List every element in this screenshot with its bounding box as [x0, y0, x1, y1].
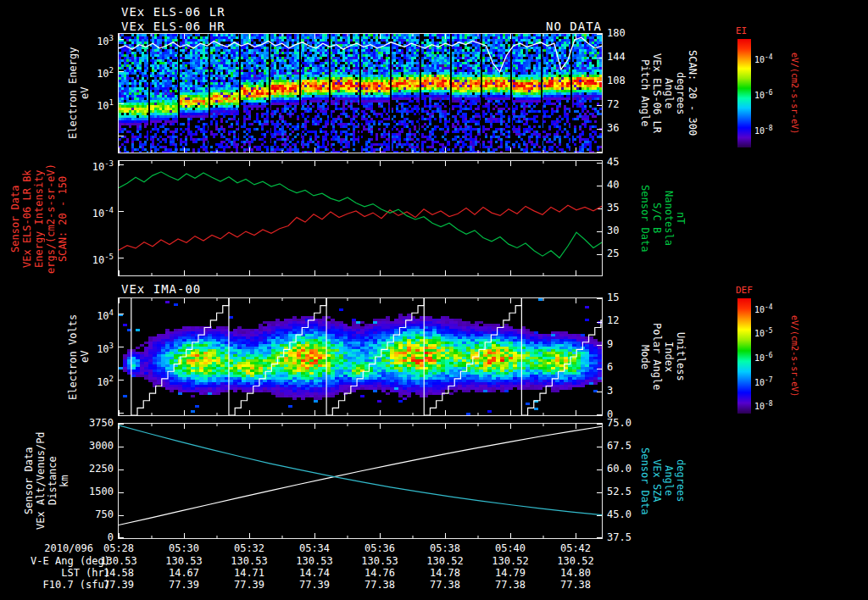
- table-cell: 130.53: [100, 555, 136, 567]
- colorbar-def: [737, 298, 751, 414]
- time-label: 05:42: [560, 542, 591, 554]
- panel4-left-axis-title: Sensor DataVEx Alt/Venus/PdDistancekm: [24, 424, 70, 538]
- panel2-right-axis-title: Sensor DataS/C BNanoteslanT: [639, 161, 686, 275]
- panel3-right-axis-title: ModePolar AngleIndexUnitless: [639, 298, 686, 415]
- panel4-right-tick-label: 75.0: [607, 417, 632, 430]
- time-label: 05:36: [364, 542, 395, 554]
- panel3-right-tick-label: 15: [607, 292, 619, 304]
- table-cell: 130.53: [296, 555, 332, 567]
- colorbar-title: DEF: [736, 285, 753, 296]
- time-label: 05:40: [495, 542, 526, 554]
- plot-title-ima: VEx IMA-00: [121, 282, 201, 296]
- axis-title-line: eV: [80, 34, 91, 153]
- table-cell: 77.39: [299, 579, 330, 591]
- panel2-right-tick-label: 25: [607, 247, 619, 260]
- panel1-right-tick-label: 72: [607, 98, 619, 111]
- panel2-left-axis-title: Sensor DataVEx ELS-06 LR BkEnergy Intens…: [10, 159, 69, 278]
- ima-energy-spectrogram-canvas: [118, 297, 603, 416]
- table-cell: 14.67: [169, 567, 199, 579]
- axis-title-line: degrees: [675, 424, 686, 538]
- axis-title-line: Angle: [663, 29, 674, 158]
- panel2-right-tick-label: 45: [607, 156, 619, 169]
- axis-title-line: degrees: [675, 29, 686, 158]
- time-label: 05:32: [234, 542, 264, 554]
- date-label: 2010/096: [44, 542, 93, 554]
- panel1-left-axis-title: Electron EnergyeV: [68, 34, 91, 153]
- colorbar-tick-label: 10-6: [754, 88, 773, 101]
- axis-title-line: Sensor Data: [639, 161, 650, 275]
- axis-title-line: Distance: [47, 424, 58, 538]
- table-row-label: F10.7 (sfu): [43, 579, 110, 591]
- table-cell: 77.38: [430, 579, 460, 591]
- panel1-right-tick-label: 180: [607, 27, 626, 40]
- axis-title-line: S/C B: [651, 161, 662, 275]
- axis-title-line: VEx ELS-06 LR: [651, 29, 662, 158]
- colorbar-unit-label: eV/(cm2-s-sr-eV): [790, 298, 799, 414]
- panel3-right-tick-label: 9: [607, 338, 613, 351]
- panel1-right-tick-label: 108: [607, 75, 626, 87]
- table-cell: 77.38: [495, 579, 526, 591]
- colorbar-tick-label: 10-8: [754, 124, 773, 136]
- time-label: 05:34: [299, 542, 330, 554]
- table-cell: 130.52: [426, 555, 463, 567]
- axis-title-line: nT: [675, 161, 686, 275]
- axis-title-line: Mode: [639, 298, 650, 415]
- no-data-label: NO DATA: [534, 19, 602, 33]
- panel3-right-tick-label: 12: [607, 314, 619, 327]
- vex-science-data-display: VEx ELS-06 LR VEx ELS-06 HR NO DATA VEx …: [0, 0, 868, 600]
- plot-title-els-hr: VEx ELS-06 HR: [121, 19, 225, 33]
- panel2-right-tick-label: 35: [607, 202, 619, 214]
- colorbar-tick-label: 10-7: [754, 375, 773, 388]
- table-cell: 14.76: [364, 567, 395, 579]
- axis-title-line: Pitch Angle: [639, 29, 650, 158]
- time-label: 05:38: [430, 542, 460, 554]
- table-cell: 130.53: [165, 555, 202, 567]
- axis-title-line: SCAN: 20 - 300: [687, 29, 698, 158]
- table-cell: 14.71: [234, 567, 264, 579]
- table-cell: 14.79: [495, 567, 526, 579]
- panel3-right-tick-label: 6: [607, 361, 613, 374]
- altitude-sza-lineplot-canvas: [118, 423, 603, 539]
- table-cell: 14.58: [103, 567, 134, 579]
- axis-title-line: VEx SZA: [651, 424, 662, 538]
- panel1-right-axis-title: Pitch AngleVEx ELS-06 LRAngledegreesSCAN…: [639, 29, 698, 158]
- colorbar-title: EI: [736, 25, 747, 36]
- table-cell: 130.53: [361, 555, 398, 567]
- axis-title-line: Nanotesla: [663, 161, 674, 275]
- axis-title-line: Electron Volts: [68, 298, 79, 415]
- table-cell: 14.80: [560, 567, 591, 579]
- table-cell: 77.38: [560, 579, 591, 591]
- colorbar-tick-label: 10-5: [754, 326, 773, 339]
- axis-title-line: ergs/(cm2-s-sr-eV): [46, 159, 57, 278]
- axis-title-line: Sensor Data: [639, 424, 650, 538]
- table-cell: 77.39: [169, 579, 199, 591]
- table-cell: 14.74: [299, 567, 330, 579]
- panel3-right-tick-label: 3: [607, 385, 613, 397]
- axis-title-line: km: [59, 424, 70, 538]
- axis-title-line: SCAN: 20 - 150: [58, 159, 69, 278]
- axis-title-line: Unitless: [675, 298, 686, 415]
- axis-title-line: eV: [80, 298, 91, 415]
- panel4-right-tick-label: 52.5: [607, 486, 632, 498]
- colorbar-tick-label: 10-4: [754, 53, 773, 65]
- panel4-right-tick-label: 37.5: [607, 531, 632, 544]
- table-cell: 77.38: [364, 579, 395, 591]
- panel1-right-tick-label: 144: [607, 51, 626, 64]
- axis-title-line: Sensor Data: [24, 424, 35, 538]
- axis-title-line: Polar Angle: [651, 298, 662, 415]
- axis-title-line: Electron Energy: [68, 34, 79, 153]
- panel2-right-tick-label: 40: [607, 179, 619, 192]
- intensity-bfield-lineplot-canvas: [118, 160, 603, 276]
- axis-title-line: Energy Intensity: [34, 159, 45, 278]
- axis-title-line: Sensor Data: [10, 159, 21, 278]
- colorbar-tick-label: 10-4: [754, 303, 773, 315]
- table-cell: 77.39: [234, 579, 264, 591]
- panel4-right-tick-label: 45.0: [607, 508, 632, 521]
- colorbar-unit-label: eV/(cm2-s-sr-eV): [790, 39, 799, 147]
- table-cell: 130.53: [231, 555, 267, 567]
- colorbar-tick-label: 10-8: [754, 399, 773, 412]
- axis-title-line: Index: [663, 298, 674, 415]
- panel3-left-axis-title: Electron VoltseV: [68, 298, 91, 415]
- axis-title-line: Angle: [663, 424, 674, 538]
- axis-title-line: VEx Alt/Venus/Pd: [36, 424, 47, 538]
